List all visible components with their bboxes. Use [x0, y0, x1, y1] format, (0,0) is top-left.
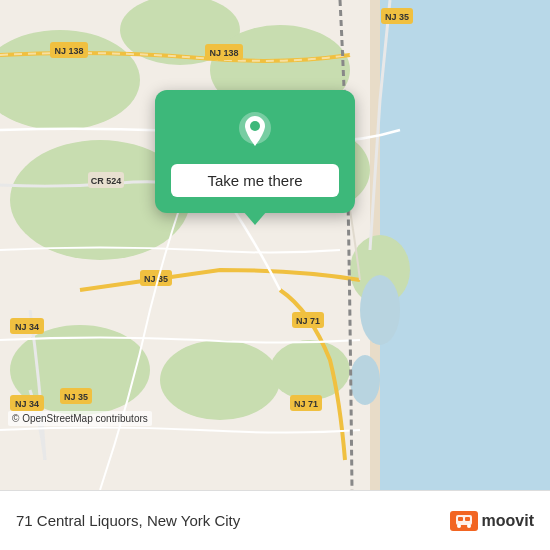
- svg-text:NJ 138: NJ 138: [209, 48, 238, 58]
- svg-rect-37: [458, 517, 463, 521]
- svg-point-9: [160, 340, 280, 420]
- svg-text:NJ 35: NJ 35: [385, 12, 409, 22]
- moovit-text: moovit: [482, 512, 534, 530]
- svg-rect-38: [465, 517, 470, 521]
- svg-text:NJ 35: NJ 35: [64, 392, 88, 402]
- svg-point-39: [457, 524, 461, 528]
- svg-point-40: [467, 524, 471, 528]
- svg-text:NJ 71: NJ 71: [294, 399, 318, 409]
- svg-text:NJ 35: NJ 35: [144, 274, 168, 284]
- take-me-there-button[interactable]: Take me there: [171, 164, 339, 197]
- location-pin-icon: [233, 110, 277, 154]
- svg-point-35: [250, 121, 260, 131]
- svg-point-12: [360, 275, 400, 345]
- map-container: NJ 138 NJ 138 NJ 35 NJ 35 CR 524 NJ 34 N…: [0, 0, 550, 490]
- popup-card: Take me there: [155, 90, 355, 213]
- svg-text:NJ 34: NJ 34: [15, 399, 39, 409]
- osm-attribution: © OpenStreetMap contributors: [8, 411, 152, 426]
- svg-text:CR 524: CR 524: [91, 176, 122, 186]
- moovit-logo: moovit: [450, 511, 534, 531]
- svg-text:NJ 71: NJ 71: [296, 316, 320, 326]
- bottom-bar: 71 Central Liquors, New York City moovit: [0, 490, 550, 550]
- moovit-bus-icon: [450, 511, 478, 531]
- svg-text:NJ 138: NJ 138: [54, 46, 83, 56]
- svg-point-13: [350, 355, 380, 405]
- location-label: 71 Central Liquors, New York City: [16, 512, 240, 529]
- svg-text:NJ 34: NJ 34: [15, 322, 39, 332]
